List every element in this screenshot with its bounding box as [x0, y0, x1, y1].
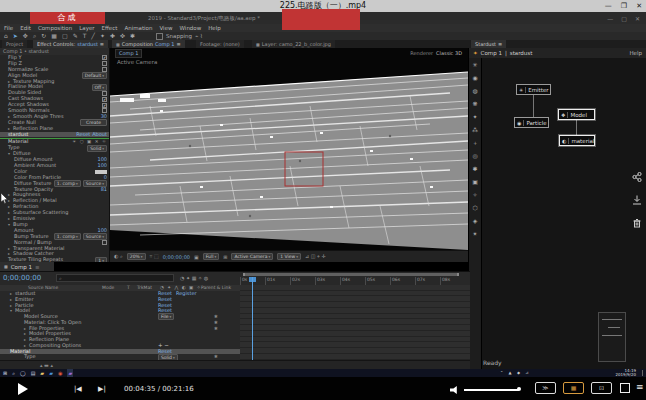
effect-property-row[interactable]: stardust Reset About	[0, 132, 109, 138]
current-timecode[interactable]: 0;00;00;00	[3, 274, 41, 282]
taskbar-app-icon[interactable]: ▰	[49, 369, 53, 377]
tab-composition[interactable]: ■ CompositionComp 1≡	[112, 40, 185, 48]
about-link[interactable]: About	[92, 132, 107, 138]
tool-icon[interactable]: T	[83, 32, 87, 40]
tool-icon[interactable]: ✎	[73, 32, 78, 40]
player-option-button-1[interactable]: ≫	[535, 382, 556, 394]
stardust-tool-icon[interactable]: ✴	[472, 231, 477, 237]
timeline-comp-tab[interactable]: ■ Comp 1 ≡	[0, 262, 54, 271]
menu-item[interactable]: Edit	[20, 25, 31, 31]
current-time-indicator[interactable]	[252, 277, 253, 360]
menu-item[interactable]: Layer	[79, 25, 94, 31]
tab-stardust[interactable]: Stardust≡	[471, 40, 506, 48]
stardust-tool-icon[interactable]: ◈	[473, 218, 478, 224]
menu-item[interactable]: View	[159, 25, 172, 31]
resolution-dropdown[interactable]: Full	[203, 253, 219, 260]
snapping-checkbox[interactable]	[156, 33, 163, 40]
reset-link[interactable]: Reset	[76, 132, 90, 138]
taskbar-app-icon[interactable]: ▰	[67, 369, 73, 377]
tab-project[interactable]: Project	[2, 40, 27, 48]
property-checkbox[interactable]: ✓	[102, 103, 107, 108]
stardust-tool-icon[interactable]: ▣	[472, 179, 478, 185]
help-link[interactable]: Help	[629, 50, 642, 56]
stardust-tool-icon[interactable]: ⬡	[472, 205, 477, 211]
tool-icon[interactable]: ⌕	[33, 32, 36, 40]
timeline-toggle-icons[interactable]: ◔ ✦ ▦ ✧ ◍	[180, 275, 208, 281]
window-close-button[interactable]: ✕	[636, 2, 642, 10]
tool-icon[interactable]: ↻	[41, 32, 46, 40]
camera-dropdown[interactable]: Active Camera	[231, 253, 273, 260]
timeline-search-input[interactable]: ⌕	[56, 274, 174, 282]
tool-icon[interactable]: ✚	[110, 32, 115, 40]
property-dropdown[interactable]: 1	[95, 257, 107, 262]
next-button[interactable]: ▶|	[98, 385, 106, 393]
grid-icon[interactable]: ⊞	[223, 254, 227, 260]
player-option-button-3[interactable]: ⊡	[591, 382, 612, 394]
download-icon[interactable]	[632, 195, 642, 205]
taskbar-app-icon[interactable]: ⊞	[3, 369, 7, 377]
taskbar-app-icon[interactable]: ◯	[20, 369, 26, 377]
volume-slider[interactable]	[464, 389, 519, 391]
node-material[interactable]: ◐ material	[559, 135, 595, 146]
composition-viewport[interactable]: Comp 1 RendererClassic 3D Active Camera	[110, 48, 468, 262]
stardust-tool-icon[interactable]: ✳	[472, 62, 477, 68]
property-checkbox[interactable]	[102, 61, 107, 66]
stardust-tool-icon[interactable]: ⁂	[472, 127, 478, 133]
menu-item[interactable]: Help	[208, 25, 221, 31]
stardust-tool-icon[interactable]: ✱	[472, 166, 477, 172]
property-checkbox[interactable]	[102, 91, 107, 96]
tab-footage[interactable]: Footage: (none)	[196, 40, 244, 48]
stardust-tool-icon[interactable]: ＋	[472, 140, 478, 146]
stardust-tool-icon[interactable]: ◎	[472, 153, 477, 159]
system-tray-icons[interactable]: ⌃ ▲ ◆ ⊿	[500, 369, 531, 377]
stardust-tool-icon[interactable]: ◍	[472, 88, 477, 94]
previous-button[interactable]: |◀	[74, 385, 82, 393]
viewport-timecode[interactable]: 0;00;00;00	[163, 254, 190, 260]
tab-effect-controls[interactable]: Effect Controls:stardust≡	[33, 40, 108, 48]
tool-icon[interactable]: ✥	[23, 32, 28, 40]
tool-icon[interactable]: ╱	[91, 32, 95, 40]
taskbar-app-icon[interactable]: ▰	[40, 369, 44, 377]
tool-icon[interactable]: ▢	[62, 32, 68, 40]
volume-slider-knob[interactable]	[517, 387, 521, 391]
ae-restore-button[interactable]: ▢	[621, 15, 627, 22]
stardust-tool-icon[interactable]: ◉	[472, 75, 477, 81]
renderer-value[interactable]: Classic 3D	[436, 50, 462, 56]
camera-icon[interactable]: ▣	[194, 254, 199, 260]
tool-icon[interactable]: ✜	[120, 32, 125, 40]
viewport-mid-icons[interactable]: ⌗ ⬚	[150, 253, 159, 260]
node-model[interactable]: ❖ Model	[558, 109, 595, 120]
zoom-dropdown[interactable]: 20%	[127, 253, 146, 260]
player-option-button-2[interactable]: ▦	[563, 382, 584, 394]
taskbar-app-icon[interactable]: ◉	[58, 369, 62, 377]
stardust-tool-icon[interactable]: ✧	[472, 192, 477, 198]
snapping-extra-icons[interactable]: ⌁ ⌇	[195, 33, 203, 39]
node-emitter[interactable]: ✳ Emitter	[516, 84, 551, 95]
view-layout-dropdown[interactable]: 1 View	[277, 253, 301, 260]
tool-icon[interactable]: ✱	[130, 32, 135, 40]
property-checkbox[interactable]: ✓	[102, 97, 107, 102]
timeline-zoom-controls[interactable]: ▴ ▬ ▴	[0, 360, 470, 369]
share-nodes-icon[interactable]	[632, 172, 642, 182]
fullscreen-button[interactable]	[620, 383, 630, 393]
menu-item[interactable]: Animation	[124, 25, 152, 31]
viewport-right-icons[interactable]: ⊿ ◫ ⌖ ✛	[305, 253, 326, 260]
tool-icon[interactable]: ➤	[13, 32, 18, 40]
menu-item[interactable]: File	[4, 25, 13, 31]
work-area-bar[interactable]	[243, 273, 459, 276]
ae-close-button[interactable]: ✕	[635, 15, 640, 22]
trash-icon[interactable]	[632, 218, 642, 228]
taskbar-app-icon[interactable]: ▤	[31, 369, 36, 377]
tab-layer[interactable]: ■Layer: camo_22_b_color.jpg	[252, 40, 335, 48]
taskbar-clock[interactable]: 14:192019/9/20	[596, 369, 636, 377]
tool-icon[interactable]: ▦	[51, 32, 57, 40]
play-button[interactable]	[18, 383, 28, 395]
menu-item[interactable]: Effect	[102, 25, 118, 31]
track-area[interactable]	[240, 285, 470, 360]
stardust-tool-icon[interactable]: ✦	[472, 114, 477, 120]
ae-minimize-button[interactable]: —	[607, 15, 613, 22]
window-minimize-button[interactable]: —	[605, 2, 612, 10]
viewport-left-icons[interactable]: ◐ ⌕	[114, 253, 123, 260]
menu-item[interactable]: Window	[180, 25, 202, 31]
show-desktop-button[interactable]	[642, 370, 645, 376]
